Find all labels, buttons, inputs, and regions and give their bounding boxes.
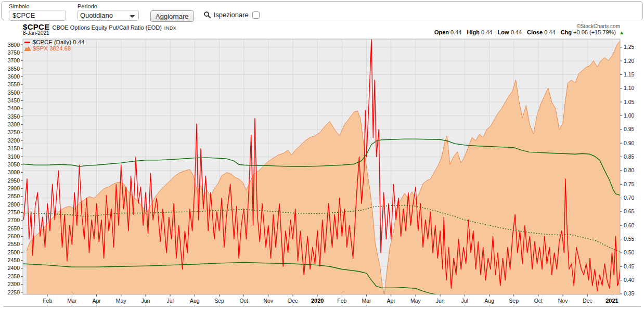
left-tick-label: 2600: [8, 233, 20, 239]
open-value: 0.44: [450, 29, 461, 35]
inspect-checkbox[interactable]: [252, 11, 260, 19]
x-tick-label: Jul: [166, 298, 173, 304]
symbol-input[interactable]: [9, 10, 66, 21]
close-value: 0.44: [544, 29, 555, 35]
left-tick-label: 2700: [8, 217, 20, 223]
left-tick-label: 3700: [8, 57, 20, 63]
right-tick-label: 1.20: [624, 58, 635, 64]
stockcharts-page: Simbolo Periodo Quotidiano Aggiornare Is…: [0, 0, 644, 309]
left-tick-label: 2300: [8, 281, 20, 287]
inspect-group: Ispezionare: [203, 11, 260, 19]
left-tick-label: 3600: [8, 73, 20, 80]
x-tick-label: Feb: [43, 298, 52, 304]
left-tick-label: 3200: [8, 137, 20, 144]
x-tick-label: Dec: [288, 298, 298, 304]
chart-date: 8-Jan-2021: [23, 30, 49, 36]
x-tick-label: Nov: [264, 298, 274, 304]
left-tick-label: 2400: [8, 265, 20, 271]
left-tick-label: 2800: [8, 201, 20, 208]
right-tick-label: 0.85: [624, 153, 635, 160]
x-tick-label: Sep: [509, 298, 519, 304]
right-tick-label: 1.05: [624, 99, 635, 105]
symbol-label: Simbolo: [9, 3, 66, 9]
left-tick-label: 3500: [8, 89, 20, 96]
right-tick-label: 1.10: [624, 85, 635, 91]
right-tick-label: 1.25: [624, 44, 635, 50]
x-tick-label: Jun: [436, 298, 445, 304]
left-tick-label: 2500: [8, 249, 20, 255]
right-tick-label: 0.75: [624, 181, 635, 187]
x-tick-label: Apr: [92, 298, 101, 304]
left-tick-label: 3250: [8, 129, 20, 135]
left-tick-label: 2650: [8, 225, 20, 231]
symbol-field: Simbolo: [9, 3, 66, 21]
up-triangle-icon: ▲: [619, 30, 624, 35]
left-tick-label: 3150: [8, 145, 20, 151]
area-mountain-icon: [24, 46, 31, 51]
left-tick-label: 2750: [8, 209, 20, 215]
legend-spx: $SPX 3824.68: [24, 45, 85, 52]
inspect-label: Ispezionare: [214, 11, 249, 19]
x-tick-label: Feb: [337, 298, 346, 304]
open-label: Open: [434, 29, 449, 35]
period-label: Periodo: [78, 3, 139, 9]
x-tick-label: Aug: [190, 298, 200, 304]
toolbar: Simbolo Periodo Quotidiano Aggiornare Is…: [1, 1, 643, 20]
legend-cpce-label: $CPCE (Daily) 0.44: [33, 39, 85, 45]
right-tick-label: 0.95: [624, 126, 635, 132]
x-tick-label: Oct: [239, 298, 248, 304]
x-tick-label: Nov: [558, 298, 568, 304]
left-tick-label: 2850: [8, 193, 20, 199]
left-tick-label: 2250: [8, 289, 20, 295]
x-tick-label: Mar: [362, 298, 372, 304]
left-tick-label: 3350: [8, 113, 20, 120]
red-line-swatch-icon: [24, 42, 30, 43]
legend-cpce: $CPCE (Daily) 0.44: [24, 39, 85, 45]
chart-panel: $CPCECBOE Options Equity Put/Call Ratio …: [0, 22, 644, 309]
left-tick-label: 3050: [8, 161, 20, 168]
left-tick-label: 2900: [8, 185, 20, 191]
chg-value: +0.06 (+15.79%): [573, 29, 616, 35]
legend-spx-label: $SPX 3824.68: [33, 45, 71, 52]
x-tick-label: Sep: [214, 298, 224, 304]
x-tick-label: May: [116, 298, 127, 304]
left-tick-label: 2350: [8, 273, 20, 279]
plot-legend: $CPCE (Daily) 0.44 $SPX 3824.68: [24, 39, 85, 52]
left-tick-label: 2950: [8, 177, 20, 184]
right-tick-label: 0.80: [624, 167, 635, 173]
left-tick-label: 3300: [8, 121, 20, 127]
x-tick-label: 2020: [311, 298, 324, 304]
close-label: Close: [527, 29, 543, 35]
left-tick-label: 3100: [8, 153, 20, 160]
update-button[interactable]: Aggiornare: [150, 10, 194, 22]
chart-header-row2: 8-Jan-2021 Open 0.44 High 0.44 Low 0.44 …: [23, 30, 620, 37]
left-tick-label: 3650: [8, 66, 20, 72]
right-tick-label: 1.15: [624, 71, 635, 78]
x-tick-label: May: [410, 298, 421, 304]
left-tick-label: 3750: [8, 49, 20, 56]
x-tick-label: 2021: [606, 298, 618, 304]
bottom-divider: [3, 306, 641, 307]
copyright: ©StockCharts.com: [576, 23, 620, 29]
x-tick-label: Dec: [583, 298, 593, 304]
plot-area: 3800375037003650360035503500345034003350…: [0, 37, 644, 309]
right-tick-label: 1.00: [624, 112, 635, 119]
right-tick-label: 0.65: [624, 208, 635, 214]
low-value: 0.44: [511, 29, 522, 35]
left-tick-label: 3450: [8, 97, 20, 104]
x-tick-label: Jul: [461, 298, 468, 304]
high-value: 0.44: [481, 29, 492, 35]
chg-label: Chg: [561, 29, 572, 35]
period-select[interactable]: Quotidiano: [78, 10, 139, 21]
left-tick-label: 3400: [8, 105, 20, 111]
period-field: Periodo Quotidiano: [78, 3, 139, 21]
x-tick-label: Apr: [387, 298, 396, 304]
left-tick-label: 2550: [8, 241, 20, 247]
right-tick-label: 0.50: [624, 249, 635, 255]
x-tick-label: Jun: [141, 298, 150, 304]
right-tick-label: 0.70: [624, 195, 635, 201]
left-tick-label: 3800: [8, 42, 20, 48]
right-tick-label: 0.90: [624, 140, 635, 146]
right-tick-label: 0.55: [624, 236, 635, 242]
low-label: Low: [498, 29, 509, 35]
